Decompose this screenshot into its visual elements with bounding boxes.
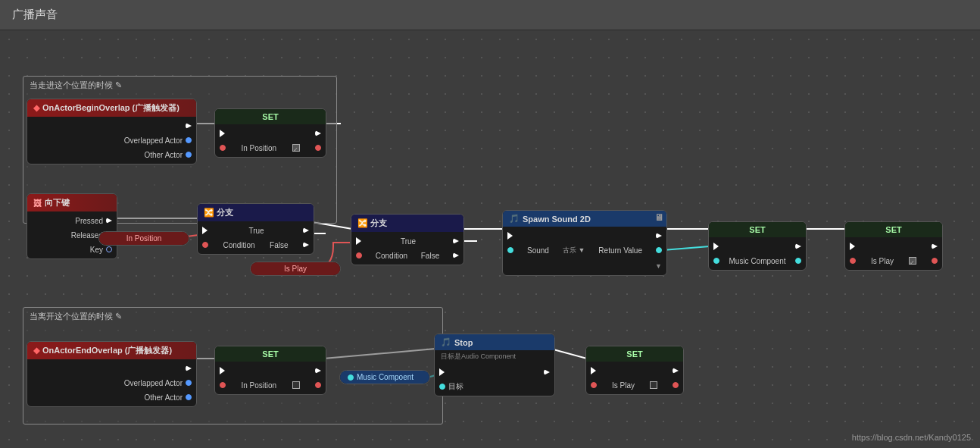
- stop-target-label: 目标: [448, 381, 463, 392]
- spawn-exec-in[interactable]: [507, 232, 515, 240]
- end-other-actor-pin[interactable]: [186, 394, 192, 400]
- node-branch-1[interactable]: 🔀 分支 True Condition False: [197, 203, 314, 255]
- value-in-pin[interactable]: [220, 145, 226, 151]
- in-position-checkbox[interactable]: [292, 144, 300, 152]
- node-is-play-var[interactable]: Is Play: [250, 262, 341, 276]
- spawn-sound-header: Spawn Sound 2D: [523, 215, 591, 224]
- node-set-is-play-1[interactable]: SET Is Play: [844, 221, 943, 271]
- branch2-true-pin[interactable]: [453, 238, 459, 244]
- stop-subtext: 目标是Audio Component: [435, 350, 554, 363]
- music-comp-out-pin[interactable]: [795, 258, 801, 264]
- set2-val-out[interactable]: [315, 382, 321, 388]
- comment-text-1: 当走进这个位置的时候 ✎: [30, 80, 122, 89]
- stop-exec-out[interactable]: [544, 369, 550, 375]
- node-stop[interactable]: 🎵 Stop 目标是Audio Component 目标: [434, 334, 555, 396]
- set-isplay1-exec-in[interactable]: [850, 243, 857, 250]
- node-branch-2[interactable]: 🔀 分支 True Condition False: [351, 214, 464, 265]
- node-key-down[interactable]: 🖼 向下键 Pressed Released Key: [27, 193, 117, 259]
- isplay2-label: Is Play: [612, 381, 635, 390]
- exec-out-pin[interactable]: [315, 130, 321, 136]
- set-music-exec-out[interactable]: [795, 243, 801, 249]
- other-actor-pin[interactable]: [186, 152, 192, 158]
- expand-arrow[interactable]: ▼: [655, 262, 662, 270]
- set-music-exec-in[interactable]: [713, 243, 721, 250]
- exec-out-pin[interactable]: [186, 123, 192, 129]
- isplay1-label: Is Play: [871, 257, 894, 265]
- end-overlap-header: OnActorEndOverlap (广播触发器): [42, 345, 172, 356]
- node-header-text: OnActorBeginOverlap (广播触发器): [42, 102, 179, 114]
- key-label: Key: [90, 246, 103, 254]
- music-comp-label: Music Compoent: [729, 257, 785, 265]
- set2-in-position-label: In Position: [241, 381, 276, 390]
- branch1-true-label: True: [248, 227, 264, 235]
- node-set-music-component[interactable]: SET Music Compoent: [708, 221, 807, 271]
- node-set-in-position-2[interactable]: SET In Position: [214, 346, 326, 395]
- node-set-is-play-2[interactable]: SET Is Play: [585, 346, 684, 395]
- branch1-header: 🔀 分支: [204, 207, 233, 218]
- node-music-component-var[interactable]: Music Compoent: [339, 370, 430, 384]
- watermark: https://blog.csdn.net/Kandy0125: [852, 433, 971, 442]
- sound-label: Sound: [527, 246, 549, 255]
- stop-header: Stop: [454, 338, 473, 347]
- branch2-condition-label: Condition: [376, 252, 407, 260]
- branch1-true-pin[interactable]: [303, 227, 309, 233]
- set-music-header: SET: [749, 225, 765, 234]
- return-value-pin[interactable]: [656, 247, 662, 253]
- pressed-pin[interactable]: [106, 218, 112, 224]
- node-spawn-sound-2d[interactable]: 🎵 Spawn Sound 2D 🖥 Sound 古乐 ▼ Return Val…: [502, 210, 667, 276]
- set-isplay1-exec-out[interactable]: [932, 243, 938, 249]
- sound-value: 古乐 ▼: [563, 246, 585, 255]
- canvas[interactable]: 当走进这个位置的时候 ✎ 当离开这个位置的时候 ✎ ◆ OnActorBegin…: [0, 30, 980, 448]
- isplay1-in-pin[interactable]: [850, 258, 856, 264]
- end-other-actor-label: Other Actor: [144, 393, 183, 402]
- in-position-var-label: In Position: [126, 234, 162, 243]
- set2-exec-out[interactable]: [315, 368, 321, 374]
- branch1-false-pin[interactable]: [303, 242, 309, 248]
- set2-in-position-checkbox[interactable]: [292, 381, 300, 389]
- value-out-pin[interactable]: [315, 145, 321, 151]
- branch2-exec-in[interactable]: [356, 237, 364, 245]
- pressed-label: Pressed: [75, 217, 103, 225]
- set-isplay2-header: SET: [626, 349, 642, 359]
- key-pin[interactable]: [106, 246, 112, 252]
- branch2-condition-pin[interactable]: [356, 252, 362, 258]
- set2-exec-in[interactable]: [220, 367, 227, 374]
- set-isplay2-exec-in[interactable]: [591, 367, 598, 374]
- music-comp-var-pin[interactable]: [348, 374, 354, 381]
- is-play-var-label: Is Play: [284, 265, 307, 273]
- node-on-actor-begin-overlap[interactable]: ◆ OnActorBeginOverlap (广播触发器) Overlapped…: [27, 99, 197, 164]
- isplay2-in-pin[interactable]: [591, 382, 597, 388]
- isplay1-checkbox[interactable]: [909, 257, 916, 265]
- stop-target-pin[interactable]: [439, 384, 445, 390]
- music-comp-var-label: Music Compoent: [357, 373, 414, 381]
- stop-exec-in[interactable]: [439, 368, 447, 376]
- node-in-position-var[interactable]: In Position: [98, 231, 189, 246]
- exec-in-pin[interactable]: [220, 130, 227, 137]
- node-on-actor-end-overlap[interactable]: ◆ OnActorEndOverlap (广播触发器) Overlapped A…: [27, 341, 197, 407]
- end-overlapped-actor-pin[interactable]: [186, 380, 192, 386]
- spawn-exec-out[interactable]: [656, 233, 662, 239]
- node-key-down-label: 向下键: [45, 197, 70, 208]
- set-isplay1-header: SET: [885, 225, 901, 234]
- branch2-false-label: False: [421, 252, 439, 260]
- branch1-condition-label: Condition: [223, 241, 254, 249]
- branch2-false-pin[interactable]: [453, 252, 459, 258]
- node-set-in-position-1[interactable]: SET In Position: [214, 108, 326, 158]
- in-position-label: In Position: [241, 144, 276, 152]
- end-overlapped-actor-label: Overlapped Actor: [124, 379, 183, 387]
- isplay1-out-pin[interactable]: [932, 258, 938, 264]
- set-isplay2-exec-out[interactable]: [673, 368, 679, 374]
- branch1-exec-in[interactable]: [202, 227, 210, 234]
- set2-val-in[interactable]: [220, 382, 226, 388]
- sound-pin[interactable]: [507, 247, 513, 253]
- branch1-condition-pin[interactable]: [202, 242, 208, 248]
- end-overlap-exec-out[interactable]: [186, 365, 192, 371]
- isplay2-checkbox[interactable]: [650, 381, 657, 389]
- overlapped-actor-pin[interactable]: [186, 137, 192, 143]
- branch1-false-label: False: [270, 241, 288, 249]
- branch2-header: 🔀 分支: [357, 218, 387, 229]
- title-text: 广播声音: [12, 8, 58, 22]
- isplay2-out-pin[interactable]: [673, 382, 679, 388]
- comment-text-2: 当离开这个位置的时候 ✎: [30, 312, 122, 321]
- music-comp-in-pin[interactable]: [713, 258, 719, 264]
